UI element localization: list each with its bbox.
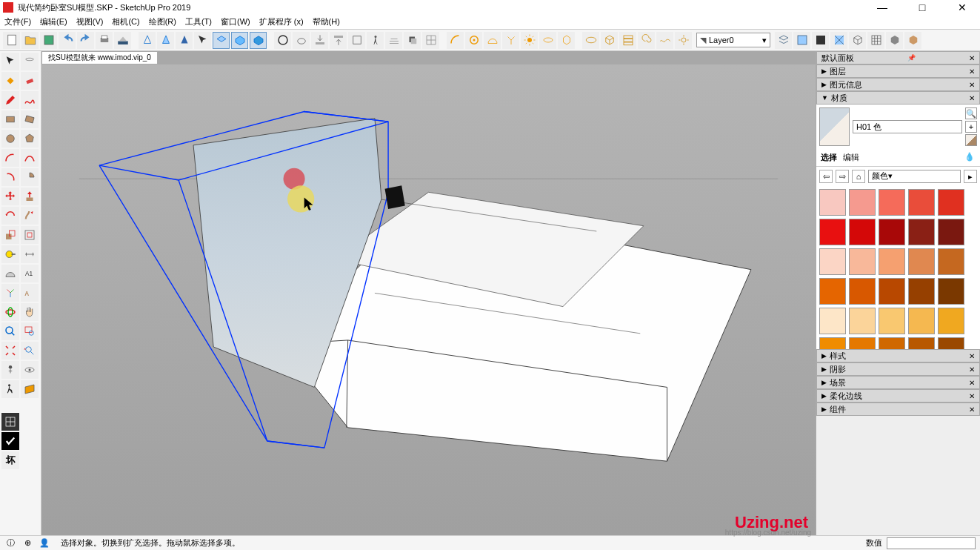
textures-box-icon[interactable]: [904, 32, 921, 49]
minimize-button[interactable]: —: [867, 1, 897, 13]
person-icon[interactable]: 👤: [39, 537, 50, 549]
arc3-icon[interactable]: [1, 168, 19, 186]
color-swatch[interactable]: [819, 308, 846, 334]
menu-edit[interactable]: 编辑(E): [40, 16, 67, 27]
color-swatch[interactable]: [908, 189, 935, 216]
pin-icon[interactable]: 📌: [907, 54, 916, 62]
color-swatch[interactable]: [938, 308, 964, 334]
menu-help[interactable]: 帮助(H): [313, 16, 340, 27]
color-swatch[interactable]: [879, 278, 905, 305]
offset-icon[interactable]: [21, 226, 39, 244]
lens-amber-icon[interactable]: [582, 32, 599, 49]
details-menu-icon[interactable]: ▸: [964, 170, 977, 183]
material-swatch-large[interactable]: [819, 107, 850, 146]
color-swatch[interactable]: [908, 308, 935, 334]
nav-forward-button[interactable]: ⇨: [836, 170, 849, 183]
close-icon[interactable]: ✕: [969, 94, 975, 102]
color-swatch[interactable]: [879, 337, 905, 349]
hidden-line-icon[interactable]: [157, 32, 174, 49]
color-swatch[interactable]: [938, 219, 964, 245]
position-camera-icon[interactable]: [1, 361, 19, 379]
wireframe-box-icon[interactable]: [849, 32, 866, 49]
select-icon[interactable]: [1, 53, 19, 70]
3dtext-icon[interactable]: A: [21, 284, 39, 302]
nav-home-button[interactable]: ⌂: [852, 170, 865, 183]
section-icon[interactable]: [348, 32, 365, 49]
solid-box-icon[interactable]: [886, 32, 903, 49]
colorset-dropdown[interactable]: 颜色▾: [868, 170, 961, 183]
color-swatch[interactable]: [879, 219, 905, 245]
layer-dropdown[interactable]: ◥ Layer0 ▾: [696, 33, 770, 47]
material-name-input[interactable]: [853, 120, 962, 133]
geo-icon[interactable]: ⊕: [21, 537, 33, 549]
color-swatch[interactable]: [908, 248, 935, 275]
zoom-extents-icon[interactable]: [1, 342, 19, 360]
render-map-icon[interactable]: [830, 32, 847, 49]
panel-scenes[interactable]: ▶场景✕: [816, 376, 980, 389]
grid-box-icon[interactable]: [867, 32, 884, 49]
spiral-icon[interactable]: [638, 32, 655, 49]
freehand-icon[interactable]: [21, 91, 39, 109]
color-swatch[interactable]: [849, 308, 876, 334]
close-button[interactable]: ✕: [947, 1, 977, 13]
section-plane-icon[interactable]: [21, 380, 39, 398]
fog-icon[interactable]: [385, 32, 402, 49]
model-info-icon[interactable]: [114, 32, 131, 49]
rectangle-icon[interactable]: [1, 110, 19, 128]
default-material-icon[interactable]: [965, 134, 977, 146]
panel-close-icon[interactable]: ✕: [969, 54, 975, 62]
nav-back-button[interactable]: ⇦: [819, 170, 833, 183]
panel-entity-info[interactable]: ▶图元信息✕: [816, 78, 980, 91]
select-tool-icon[interactable]: [194, 32, 211, 49]
create-material-icon[interactable]: +: [965, 121, 977, 133]
check-icon[interactable]: [1, 432, 19, 450]
color-swatch[interactable]: [849, 337, 876, 349]
rotated-rect-icon[interactable]: [21, 110, 39, 128]
circle-tool-icon[interactable]: [274, 32, 291, 49]
component-hide-icon[interactable]: [213, 32, 230, 49]
walk-tool-icon[interactable]: [1, 380, 19, 398]
protractor-amber-icon[interactable]: [484, 32, 501, 49]
panel-default-header[interactable]: 默认面板 📌 ✕: [816, 51, 980, 64]
new-file-icon[interactable]: [3, 32, 20, 49]
text-icon[interactable]: A1: [21, 265, 39, 282]
color-swatch[interactable]: [819, 248, 846, 275]
axes-icon[interactable]: [1, 284, 19, 302]
protractor-icon[interactable]: [1, 265, 19, 282]
color-swatch[interactable]: [938, 189, 964, 216]
axes-amber-icon[interactable]: [502, 32, 519, 49]
arc-amber-icon[interactable]: [447, 32, 464, 49]
sample-in-model-icon[interactable]: 🔍: [965, 107, 977, 119]
circle-icon[interactable]: [1, 130, 19, 148]
color-swatch[interactable]: [849, 189, 876, 216]
teapot-icon[interactable]: [293, 32, 310, 49]
layers-panel-icon[interactable]: [775, 32, 792, 49]
walk-icon[interactable]: [367, 32, 384, 49]
scale-icon[interactable]: [1, 226, 19, 244]
color-swatch[interactable]: [819, 337, 846, 349]
shaded-icon[interactable]: [176, 32, 193, 49]
import-icon[interactable]: [311, 32, 328, 49]
menu-tools[interactable]: 工具(T): [185, 16, 212, 27]
print-icon[interactable]: [96, 32, 113, 49]
color-swatch[interactable]: [938, 248, 964, 275]
color-swatch[interactable]: [849, 278, 876, 305]
zoom-window-icon[interactable]: [21, 322, 39, 340]
menu-camera[interactable]: 相机(C): [112, 16, 139, 27]
preferences-icon[interactable]: [793, 32, 810, 49]
color-swatch[interactable]: [938, 337, 964, 349]
grid-display-icon[interactable]: [1, 413, 19, 431]
polygon-icon[interactable]: [21, 130, 39, 148]
close-icon[interactable]: ✕: [969, 379, 975, 387]
menu-extensions[interactable]: 扩展程序 (x): [259, 16, 304, 27]
pie-icon[interactable]: [21, 168, 39, 186]
color-swatch[interactable]: [879, 248, 905, 275]
menu-file[interactable]: 文件(F): [4, 16, 31, 27]
orbit-icon[interactable]: [1, 303, 19, 321]
target-icon[interactable]: [465, 32, 482, 49]
close-icon[interactable]: ✕: [969, 392, 975, 400]
box-wire-icon[interactable]: [601, 32, 618, 49]
scene-tab[interactable]: 找SU模型就来 www.imod.vip_0: [41, 51, 158, 64]
zoom-icon[interactable]: [1, 322, 19, 340]
lasso-icon[interactable]: [21, 53, 39, 70]
